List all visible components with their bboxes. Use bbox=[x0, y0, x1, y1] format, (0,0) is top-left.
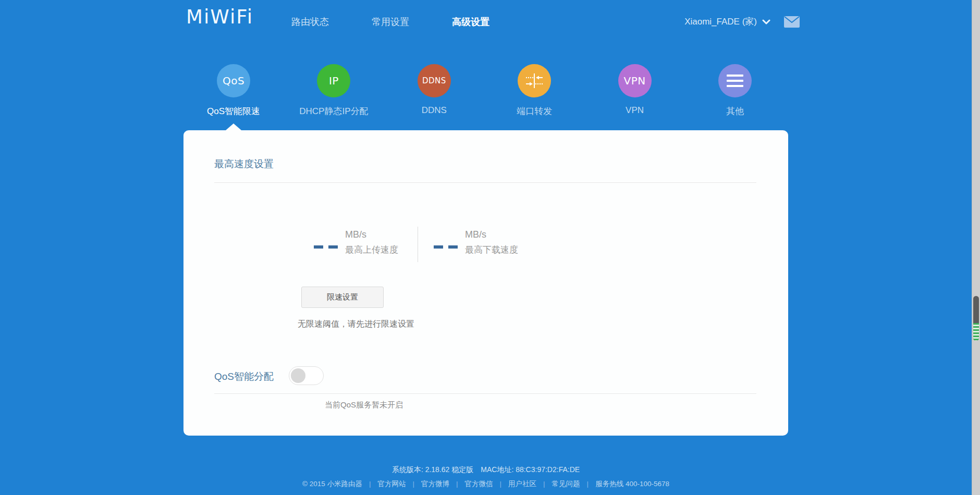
download-speed-value bbox=[434, 245, 458, 256]
speed-limit-note: 无限速阈值，请先进行限速设置 bbox=[298, 319, 414, 330]
feature-tab-1[interactable]: IPDHCP静态IP分配 bbox=[284, 64, 383, 117]
footer-separator: | bbox=[543, 480, 545, 488]
feature-tab-label: 端口转发 bbox=[485, 105, 584, 117]
download-speed: MB/s 最高下载速度 bbox=[434, 229, 518, 256]
nav-item-2[interactable]: 高级设置 bbox=[452, 16, 489, 28]
download-speed-label: 最高下载速度 bbox=[465, 244, 518, 256]
speed-row: MB/s 最高上传速度 MB/s 最高下载速度 bbox=[183, 229, 788, 271]
footer: 系统版本: 2.18.62 稳定版MAC地址: 88:C3:97:D2:FA:D… bbox=[0, 465, 972, 489]
top-nav-bar: MiWiFi 路由状态常用设置高级设置 Xiaomi_FADE (家) bbox=[0, 0, 972, 41]
qos-toggle[interactable] bbox=[289, 366, 324, 385]
feature-tab-label: DHCP静态IP分配 bbox=[284, 105, 383, 117]
feature-tab-label: QoS智能限速 bbox=[184, 105, 283, 117]
scrollbar-thumb[interactable] bbox=[973, 296, 979, 341]
upload-speed-value bbox=[314, 245, 338, 256]
upload-speed-label: 最高上传速度 bbox=[345, 244, 398, 256]
feature-tab-5[interactable]: 其他 bbox=[685, 64, 785, 117]
feature-tab-2[interactable]: DDNSDDNS bbox=[385, 64, 484, 116]
feature-tab-label: VPN bbox=[585, 105, 684, 116]
feature-tab-0[interactable]: QoSQoS智能限速 bbox=[184, 64, 283, 117]
divider bbox=[214, 393, 756, 394]
section-title-qos: QoS智能分配 bbox=[214, 370, 274, 383]
miwifi-logo[interactable]: MiWiFi bbox=[186, 6, 253, 28]
mac-address: MAC地址: 88:C3:97:D2:FA:DE bbox=[481, 465, 580, 474]
upload-speed-unit: MB/s bbox=[345, 229, 398, 240]
system-info: 系统版本: 2.18.62 稳定版MAC地址: 88:C3:97:D2:FA:D… bbox=[0, 465, 972, 475]
section-title-max-speed: 最高速度设置 bbox=[214, 157, 274, 171]
footer-separator: | bbox=[413, 480, 415, 488]
vpn-icon: VPN bbox=[618, 64, 652, 97]
vertical-divider bbox=[418, 227, 418, 262]
speed-limit-button[interactable]: 限速设置 bbox=[301, 287, 384, 308]
footer-link-3[interactable]: 官方微信 bbox=[465, 480, 493, 488]
footer-separator: | bbox=[587, 480, 589, 488]
footer-separator: | bbox=[369, 480, 371, 488]
feature-tab-4[interactable]: VPNVPN bbox=[585, 64, 684, 116]
qos-status-note: 当前QoS服务暂未开启 bbox=[325, 400, 403, 410]
mail-icon[interactable] bbox=[784, 16, 800, 28]
footer-links: © 2015 小米路由器|官方网站|官方微博|官方微信|用户社区|常见问题|服务… bbox=[0, 479, 972, 489]
footer-link-6[interactable]: 服务热线 400-100-5678 bbox=[595, 480, 669, 488]
footer-copyright: © 2015 小米路由器 bbox=[302, 480, 362, 488]
feature-tab-label: DDNS bbox=[385, 105, 484, 116]
nav-item-0[interactable]: 路由状态 bbox=[291, 16, 329, 28]
divider bbox=[214, 182, 756, 183]
nav-item-1[interactable]: 常用设置 bbox=[372, 16, 409, 28]
footer-link-5[interactable]: 常见问题 bbox=[552, 480, 580, 488]
feature-tab-3[interactable]: 端口转发 bbox=[485, 64, 584, 117]
ddns-icon: DDNS bbox=[418, 64, 451, 97]
footer-link-1[interactable]: 官方网站 bbox=[378, 480, 406, 488]
footer-separator: | bbox=[500, 480, 502, 488]
main-nav: 路由状态常用设置高级设置 bbox=[291, 16, 489, 28]
menu-icon bbox=[718, 64, 752, 97]
download-speed-unit: MB/s bbox=[465, 229, 518, 240]
qos-icon: QoS bbox=[217, 64, 250, 97]
ip-icon: IP bbox=[317, 64, 350, 97]
user-area: Xiaomi_FADE (家) bbox=[684, 16, 800, 28]
scrollbar-green-marker bbox=[973, 323, 979, 341]
footer-link-4[interactable]: 用户社区 bbox=[508, 480, 536, 488]
footer-separator: | bbox=[456, 480, 458, 488]
upload-speed: MB/s 最高上传速度 bbox=[314, 229, 398, 256]
page: MiWiFi 路由状态常用设置高级设置 Xiaomi_FADE (家) QoSQ… bbox=[0, 0, 980, 495]
port-forward-icon bbox=[518, 64, 551, 97]
scrollbar-track[interactable] bbox=[972, 0, 980, 495]
qos-toggle-knob bbox=[291, 368, 305, 383]
system-version: 系统版本: 2.18.62 稳定版 bbox=[392, 465, 473, 474]
user-menu[interactable]: Xiaomi_FADE (家) bbox=[684, 16, 757, 28]
feature-tab-label: 其他 bbox=[685, 105, 785, 117]
chevron-down-icon[interactable] bbox=[762, 19, 770, 24]
settings-panel: 最高速度设置 MB/s 最高上传速度 MB/s 最高下载速度 限速设置 无限速阈… bbox=[183, 130, 788, 436]
footer-link-2[interactable]: 官方微博 bbox=[421, 480, 449, 488]
panel-pointer-arrow bbox=[226, 123, 241, 130]
